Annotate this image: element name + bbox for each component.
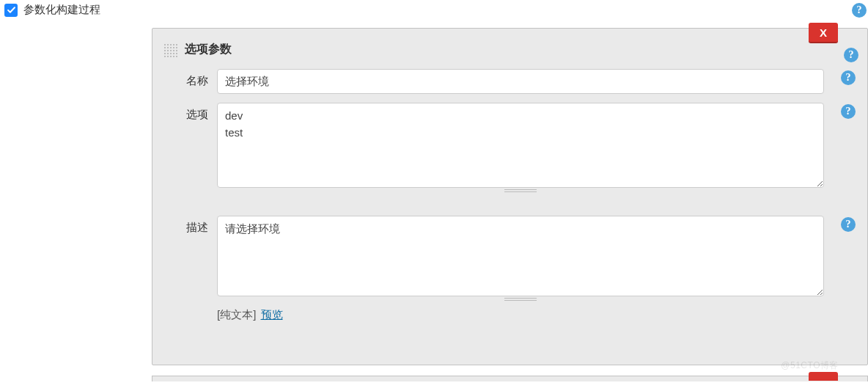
check-icon (7, 5, 16, 15)
help-icon[interactable]: ? (841, 217, 856, 232)
resize-handle-icon[interactable] (217, 189, 824, 194)
watermark-text: @51CTO博客 (781, 359, 839, 372)
choice-parameter-block: 选项参数 X ? 名称 ? 选项 ? 描述 [纯文本 (152, 28, 868, 365)
delete-parameter-button[interactable]: X (809, 23, 838, 43)
next-parameter-block-peek (152, 376, 868, 381)
description-footer: [纯文本] 预览 (217, 308, 824, 322)
parameterized-build-checkbox[interactable] (4, 4, 18, 17)
delete-parameter-button[interactable] (809, 372, 838, 381)
choices-textarea[interactable] (217, 103, 824, 188)
block-title: 选项参数 (185, 42, 232, 57)
help-icon[interactable]: ? (844, 48, 858, 62)
preview-link[interactable]: 预览 (261, 308, 283, 321)
description-row: 描述 [纯文本] 预览 ? (152, 211, 867, 326)
choices-label: 选项 (163, 103, 217, 122)
parameters-panel-wrapper: 选项参数 X ? 名称 ? 选项 ? 描述 [纯文本 (152, 28, 868, 391)
help-icon[interactable]: ? (841, 104, 856, 119)
help-icon[interactable]: ? (841, 70, 856, 85)
resize-handle-icon[interactable] (217, 298, 824, 302)
name-input[interactable] (217, 69, 824, 94)
parameterized-build-row: 参数化构建过程 ? (0, 0, 868, 21)
format-label: [纯文本] (217, 308, 256, 321)
parameterized-build-label: 参数化构建过程 (23, 3, 100, 17)
block-header: 选项参数 X ? (152, 29, 867, 65)
name-label: 名称 (163, 69, 217, 88)
drag-handle-icon[interactable] (163, 43, 177, 57)
choices-row: 选项 ? (152, 98, 867, 198)
description-textarea[interactable] (217, 216, 824, 296)
description-label: 描述 (163, 216, 217, 235)
help-icon[interactable]: ? (852, 3, 867, 18)
name-row: 名称 ? (152, 65, 867, 98)
